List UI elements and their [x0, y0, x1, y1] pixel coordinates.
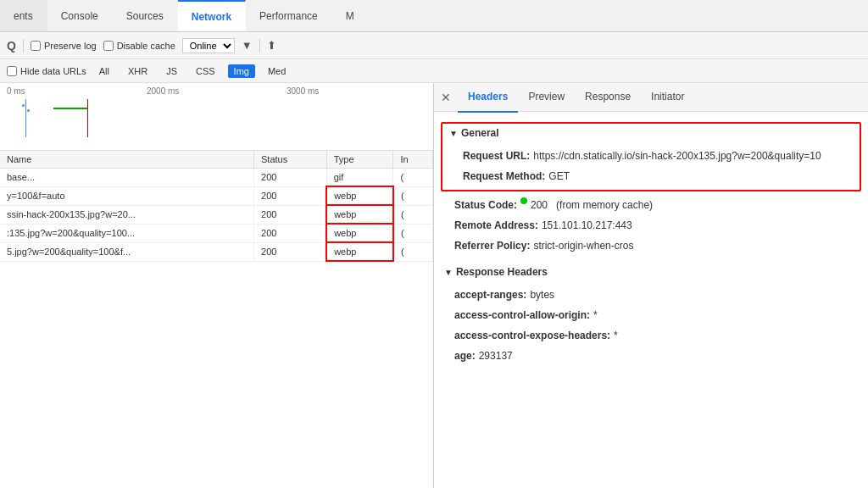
- general-section-header[interactable]: ▼ General: [442, 124, 860, 142]
- filter-xhr[interactable]: XHR: [122, 64, 153, 78]
- disable-cache-checkbox[interactable]: [103, 41, 114, 51]
- table-row[interactable]: y=100&f=auto 200 webp (: [0, 186, 433, 205]
- row-type-webp: webp: [326, 242, 393, 261]
- filter-bar: Hide data URLs All XHR JS CSS Img Med: [0, 59, 868, 83]
- accept-ranges-row: accept-ranges: bytes: [434, 285, 868, 305]
- table-row[interactable]: ssin-hack-200x135.jpg?w=20... 200 webp (: [0, 205, 433, 224]
- throttle-select[interactable]: Online: [182, 38, 235, 53]
- general-title: General: [461, 127, 499, 139]
- status-dot-icon: [520, 197, 527, 204]
- row-type-webp: webp: [326, 186, 393, 205]
- timeline-bar-red: [87, 99, 88, 137]
- response-headers-title: Response Headers: [456, 266, 548, 278]
- row-initiator: (: [393, 186, 433, 205]
- age-row: age: 293137: [434, 346, 868, 366]
- row-status: 200: [254, 186, 327, 205]
- row-name: ssin-hack-200x135.jpg?w=20...: [0, 205, 254, 224]
- filter-css[interactable]: CSS: [190, 64, 221, 78]
- divider-1: [23, 39, 24, 53]
- collapse-arrow-icon: ▼: [444, 268, 453, 277]
- row-status: 200: [254, 224, 327, 242]
- row-initiator: (: [393, 224, 433, 242]
- filter-js[interactable]: JS: [160, 64, 183, 78]
- status-code-value: 200: [531, 199, 548, 211]
- response-headers-body: accept-ranges: bytes access-control-allo…: [434, 281, 868, 369]
- timeline-dot-1: [22, 104, 25, 107]
- hide-data-urls-checkbox[interactable]: [7, 66, 17, 76]
- filter-med[interactable]: Med: [262, 64, 292, 78]
- tab-preview[interactable]: Preview: [518, 83, 575, 113]
- row-name: y=100&f=auto: [0, 186, 254, 205]
- timeline-label-2000ms: 2000 ms: [147, 86, 287, 96]
- timeline-bar-blue: [25, 99, 26, 137]
- row-status: 200: [254, 169, 327, 187]
- row-name: 5.jpg?w=200&quality=100&f...: [0, 242, 254, 261]
- request-method-row: Request Method: GET: [442, 166, 860, 186]
- timeline-dot-2: [27, 109, 30, 112]
- tab-performance[interactable]: Performance: [246, 0, 332, 31]
- network-table: Name Status Type In base... 200 gif ( y=…: [0, 151, 433, 488]
- row-type-webp: webp: [326, 224, 393, 242]
- close-button[interactable]: ✕: [434, 83, 458, 112]
- row-initiator: (: [393, 205, 433, 224]
- right-tab-bar: ✕ Headers Preview Response Initiator: [434, 83, 868, 112]
- tab-console[interactable]: Console: [47, 0, 113, 31]
- response-headers-section-header[interactable]: ▼ Response Headers: [434, 263, 868, 281]
- table-row[interactable]: 5.jpg?w=200&quality=100&f... 200 webp (: [0, 242, 433, 261]
- upload-icon[interactable]: ⬆: [267, 39, 276, 52]
- preserve-log-checkbox-label[interactable]: Preserve log: [31, 41, 97, 51]
- referrer-policy-row: Referrer Policy: strict-origin-when-cros: [434, 236, 868, 256]
- preserve-log-checkbox[interactable]: [31, 41, 41, 51]
- timeline-labels: 0 ms 2000 ms 3000 ms: [7, 86, 426, 96]
- remote-address-row: Remote Address: 151.101.10.217:443: [434, 215, 868, 236]
- col-name: Name: [0, 151, 254, 169]
- collapse-arrow-icon: ▼: [449, 129, 458, 138]
- row-type: gif: [326, 169, 393, 187]
- request-url-row: Request URL: https://cdn.statically.io/s…: [442, 146, 860, 166]
- col-status: Status: [254, 151, 327, 169]
- search-icon[interactable]: Q: [7, 39, 16, 53]
- disable-cache-checkbox-label[interactable]: Disable cache: [103, 41, 175, 51]
- table-row[interactable]: base... 200 gif (: [0, 169, 433, 187]
- row-name: base...: [0, 169, 254, 187]
- row-status: 200: [254, 242, 327, 261]
- access-control-allow-origin-row: access-control-allow-origin: *: [434, 305, 868, 325]
- col-initiator: In: [393, 151, 433, 169]
- timeline-label-0ms: 0 ms: [7, 86, 147, 96]
- general-section-body: Request URL: https://cdn.statically.io/s…: [442, 142, 860, 190]
- status-code-row: Status Code: 200 (from memory cache): [434, 195, 868, 215]
- timeline: 0 ms 2000 ms 3000 ms: [0, 83, 433, 151]
- row-initiator: (: [393, 242, 433, 261]
- hide-data-urls-checkbox-label[interactable]: Hide data URLs: [7, 66, 86, 76]
- general-section: ▼ General Request URL: https://cdn.stati…: [441, 122, 861, 191]
- tab-initiator[interactable]: Initiator: [641, 83, 694, 113]
- timeline-chart: [7, 99, 426, 141]
- filter-img[interactable]: Img: [228, 64, 255, 78]
- timeline-bar-green: [53, 108, 87, 109]
- network-toolbar: Q Preserve log Disable cache Online ▼ ⬆: [0, 32, 868, 59]
- right-content: ▼ General Request URL: https://cdn.stati…: [434, 112, 868, 488]
- tab-headers[interactable]: Headers: [458, 83, 518, 113]
- row-initiator: (: [393, 169, 433, 187]
- status-code-note: (from memory cache): [556, 199, 653, 211]
- row-status: 200: [254, 205, 327, 224]
- filter-all[interactable]: All: [93, 64, 115, 78]
- right-panel: ✕ Headers Preview Response Initiator ▼ G…: [434, 83, 868, 488]
- tab-more[interactable]: M: [332, 0, 369, 31]
- row-name: :135.jpg?w=200&quality=100...: [0, 224, 254, 242]
- tab-network[interactable]: Network: [178, 0, 246, 31]
- tab-bar: ents Console Sources Network Performance…: [0, 0, 868, 32]
- row-type-webp: webp: [326, 205, 393, 224]
- access-control-expose-headers-row: access-control-expose-headers: *: [434, 325, 868, 346]
- tab-sources[interactable]: Sources: [113, 0, 178, 31]
- divider-2: [259, 39, 260, 53]
- col-type: Type: [326, 151, 393, 169]
- left-panel: 0 ms 2000 ms 3000 ms Name: [0, 83, 434, 488]
- tab-elements[interactable]: ents: [0, 0, 47, 31]
- tab-response[interactable]: Response: [575, 83, 641, 113]
- table-row[interactable]: :135.jpg?w=200&quality=100... 200 webp (: [0, 224, 433, 242]
- throttle-arrow-icon[interactable]: ▼: [242, 39, 253, 52]
- timeline-label-3000ms: 3000 ms: [287, 86, 426, 96]
- main-content: 0 ms 2000 ms 3000 ms Name: [0, 83, 868, 488]
